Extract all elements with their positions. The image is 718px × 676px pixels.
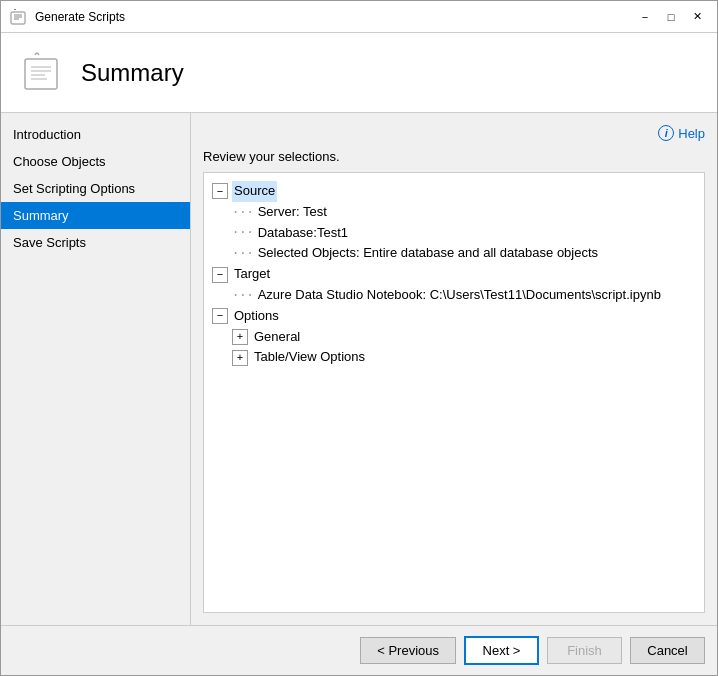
minimize-button[interactable]: −: [633, 7, 657, 27]
tree-label-selected-objects: Selected Objects: Entire database and al…: [256, 243, 600, 264]
tree-node-target: − Target: [212, 264, 696, 285]
tree-label-database: Database:Test1: [256, 223, 350, 244]
window-controls: − □ ✕: [633, 7, 709, 27]
tree-line-selected-objects: ···: [232, 244, 254, 263]
finish-button: Finish: [547, 637, 622, 664]
title-bar: Generate Scripts − □ ✕: [1, 1, 717, 33]
sidebar: Introduction Choose Objects Set Scriptin…: [1, 113, 191, 625]
tree-label-general: General: [252, 327, 302, 348]
main-panel: i Help Review your selections. − Source …: [191, 113, 717, 625]
toggle-options[interactable]: −: [212, 308, 228, 324]
tree-panel[interactable]: − Source ··· Server: Test ··· Database:T…: [203, 172, 705, 613]
tree-node-server: ··· Server: Test: [232, 202, 696, 223]
sidebar-item-summary[interactable]: Summary: [1, 202, 190, 229]
svg-rect-4: [25, 59, 57, 89]
sidebar-item-introduction[interactable]: Introduction: [1, 121, 190, 148]
tree-line-ads: ···: [232, 286, 254, 305]
tree-label-ads: Azure Data Studio Notebook: C:\Users\Tes…: [256, 285, 663, 306]
app-icon: [9, 8, 27, 26]
sidebar-item-save-scripts[interactable]: Save Scripts: [1, 229, 190, 256]
help-icon: i: [658, 125, 674, 141]
tree-node-table-view: + Table/View Options: [232, 347, 696, 368]
tree-label-table-view: Table/View Options: [252, 347, 367, 368]
review-text: Review your selections.: [203, 149, 705, 164]
main-window: Generate Scripts − □ ✕ Summary Introduct…: [0, 0, 718, 676]
tree-line-server: ···: [232, 203, 254, 222]
tree-node-ads: ··· Azure Data Studio Notebook: C:\Users…: [232, 285, 696, 306]
tree-label-source: Source: [232, 181, 277, 202]
header: Summary: [1, 33, 717, 113]
tree-label-options: Options: [232, 306, 281, 327]
window-title: Generate Scripts: [35, 10, 633, 24]
toggle-general[interactable]: +: [232, 329, 248, 345]
previous-button[interactable]: < Previous: [360, 637, 456, 664]
page-title: Summary: [81, 59, 184, 87]
tree-node-options: − Options: [212, 306, 696, 327]
tree-node-source: − Source: [212, 181, 696, 202]
tree-label-server: Server: Test: [256, 202, 329, 223]
tree-label-target: Target: [232, 264, 272, 285]
close-button[interactable]: ✕: [685, 7, 709, 27]
footer: < Previous Next > Finish Cancel: [1, 625, 717, 675]
toggle-source[interactable]: −: [212, 183, 228, 199]
content-area: Introduction Choose Objects Set Scriptin…: [1, 113, 717, 625]
tree-node-general: + General: [232, 327, 696, 348]
next-button[interactable]: Next >: [464, 636, 539, 665]
toggle-table-view[interactable]: +: [232, 350, 248, 366]
help-link[interactable]: i Help: [203, 125, 705, 141]
svg-rect-0: [11, 12, 25, 24]
toggle-target[interactable]: −: [212, 267, 228, 283]
sidebar-item-set-scripting-options[interactable]: Set Scripting Options: [1, 175, 190, 202]
tree-node-selected-objects: ··· Selected Objects: Entire database an…: [232, 243, 696, 264]
tree-node-database: ··· Database:Test1: [232, 223, 696, 244]
header-icon: [17, 49, 65, 97]
cancel-button[interactable]: Cancel: [630, 637, 705, 664]
sidebar-item-choose-objects[interactable]: Choose Objects: [1, 148, 190, 175]
tree-line-database: ···: [232, 223, 254, 242]
restore-button[interactable]: □: [659, 7, 683, 27]
